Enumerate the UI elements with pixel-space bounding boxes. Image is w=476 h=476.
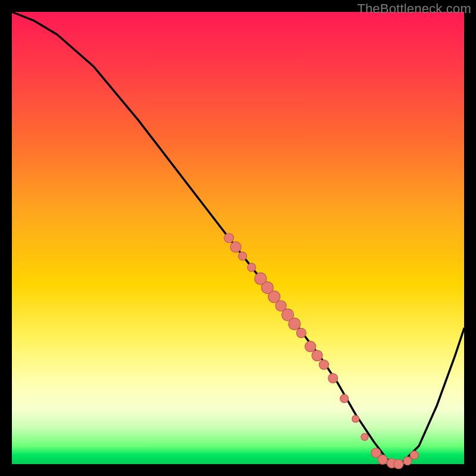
marker-dot — [239, 252, 247, 260]
marker-dot — [312, 350, 322, 361]
marker-dot — [328, 374, 338, 383]
plot-area — [12, 12, 464, 464]
marker-dot — [248, 263, 256, 271]
figure: TheBottleneck.com — [0, 0, 476, 476]
marker-dot — [305, 341, 316, 352]
marker-dot — [352, 415, 359, 422]
bead-markers — [224, 233, 419, 469]
marker-dot — [403, 457, 412, 465]
marker-dot — [296, 328, 306, 338]
marker-dot — [394, 459, 403, 469]
chart-svg — [12, 12, 464, 464]
marker-dot — [340, 394, 349, 403]
marker-dot — [224, 233, 234, 243]
marker-dot — [378, 455, 387, 464]
marker-dot — [410, 451, 418, 459]
marker-dot — [319, 360, 328, 369]
marker-dot — [289, 318, 300, 330]
attribution-text: TheBottleneck.com — [357, 1, 471, 17]
curve-path — [12, 12, 464, 464]
marker-dot — [361, 433, 368, 440]
marker-dot — [230, 242, 241, 252]
